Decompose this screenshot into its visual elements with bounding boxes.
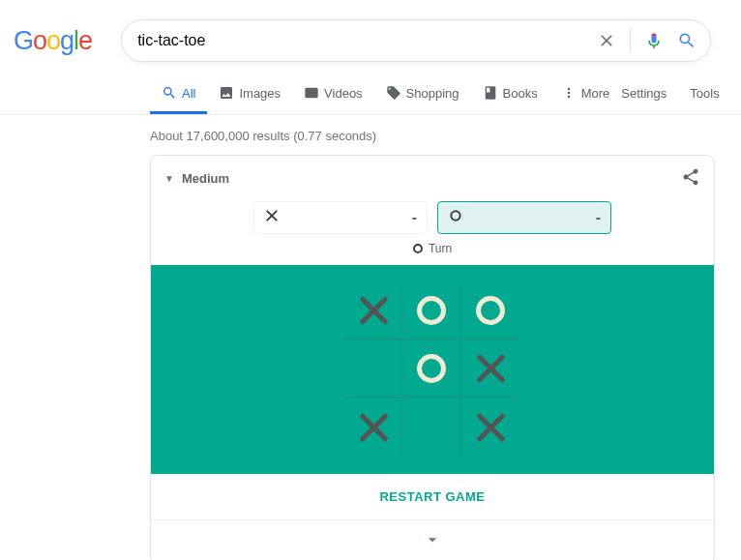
x-mark	[474, 352, 507, 385]
x-mark	[357, 411, 390, 444]
tab-shopping[interactable]: Shopping	[374, 72, 471, 114]
x-mark	[357, 294, 390, 327]
search-tabs: All Images Videos Shopping Books More Se…	[0, 72, 741, 115]
tab-label: Books	[503, 86, 538, 101]
tab-videos[interactable]: Videos	[292, 72, 374, 114]
board-cell-2-1[interactable]	[403, 398, 461, 457]
board-cell-1-1	[403, 340, 461, 398]
search-icon[interactable]	[677, 31, 697, 50]
search-small-icon	[162, 85, 177, 101]
result-stats: About 17,600,000 results (0.77 seconds)	[150, 129, 716, 143]
score-value: -	[412, 209, 417, 226]
x-mark-small	[264, 208, 280, 227]
tab-all[interactable]: All	[150, 72, 207, 114]
search-input[interactable]	[135, 31, 597, 50]
difficulty-selector[interactable]: Medium	[182, 171, 229, 186]
image-icon	[219, 85, 234, 101]
search-bar	[121, 19, 711, 62]
o-mark	[417, 354, 446, 383]
tools-link[interactable]: Tools	[690, 86, 719, 101]
google-logo[interactable]: Google	[14, 26, 121, 56]
player-o-score[interactable]: -	[437, 201, 611, 234]
board-cell-2-2	[461, 398, 519, 457]
chevron-down-icon	[423, 530, 442, 549]
tab-label: All	[182, 86, 195, 101]
player-x-score[interactable]: -	[253, 201, 428, 234]
settings-link[interactable]: Settings	[621, 86, 667, 101]
tab-more[interactable]: More	[549, 72, 622, 114]
turn-label: Turn	[429, 242, 452, 255]
chevron-down-icon: ▼	[164, 173, 174, 184]
o-mark-small	[448, 208, 463, 227]
board-cell-2-0	[345, 398, 403, 457]
tab-label: Videos	[324, 86, 363, 101]
board-cell-1-0[interactable]	[345, 340, 403, 398]
mic-icon[interactable]	[644, 31, 664, 50]
o-mark	[476, 296, 505, 325]
share-icon[interactable]	[681, 167, 700, 190]
video-icon	[304, 85, 319, 101]
tab-images[interactable]: Images	[207, 72, 292, 114]
tab-books[interactable]: Books	[471, 72, 549, 114]
board-cell-0-0	[345, 282, 403, 340]
game-board-wrap	[151, 265, 714, 474]
clear-icon[interactable]	[597, 31, 616, 50]
o-mark-tiny	[413, 244, 423, 253]
divider	[630, 29, 631, 52]
expand-card[interactable]	[151, 520, 714, 560]
tab-label: More	[581, 86, 610, 101]
o-mark	[417, 296, 446, 325]
tag-icon	[386, 85, 401, 101]
tab-label: Images	[239, 86, 281, 101]
score-value: -	[596, 209, 601, 226]
turn-indicator: Turn	[151, 238, 714, 265]
svg-point-0	[451, 211, 459, 220]
restart-button[interactable]: RESTART GAME	[151, 474, 714, 520]
game-board	[345, 282, 519, 457]
more-icon	[561, 85, 577, 101]
board-cell-0-1	[403, 282, 461, 340]
book-icon	[483, 85, 498, 101]
board-cell-1-2	[461, 340, 519, 398]
tictactoe-card: ▼ Medium - - Turn	[150, 155, 715, 560]
tab-label: Shopping	[406, 86, 459, 101]
board-cell-0-2	[461, 282, 519, 340]
x-mark	[474, 411, 507, 444]
